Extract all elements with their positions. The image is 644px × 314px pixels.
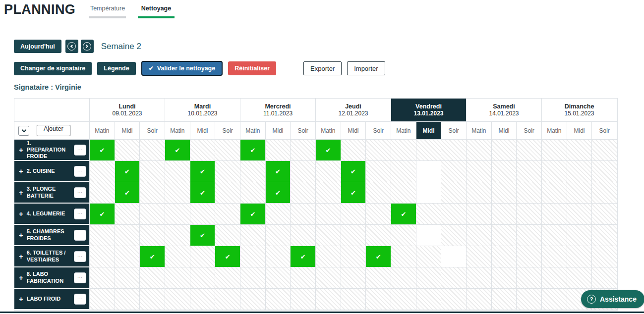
expand-plus-icon[interactable]: + — [19, 189, 23, 196]
slot-1-preparation-froide-vendredi-midi[interactable] — [416, 140, 442, 161]
slot-4-legumerie-dimanche-midi[interactable] — [567, 204, 592, 225]
slot-1-preparation-froide-jeudi-matin[interactable]: ✔ — [316, 140, 341, 161]
slot-labo-froid-jeudi-midi[interactable] — [341, 289, 366, 310]
slot-6-toilettes-vestiaires-mercredi-soir[interactable]: ✔ — [291, 246, 316, 267]
task-row-header-1-preparation-froide[interactable]: +1. PREPARATION FROIDE... — [14, 140, 90, 161]
task-row-header-2-cuisine[interactable]: +2. CUISINE... — [14, 161, 90, 182]
slot-1-preparation-froide-mercredi-matin[interactable]: ✔ — [240, 140, 266, 161]
slot-3-plonge-batterie-dimanche-soir[interactable] — [592, 182, 617, 204]
tab-nettoyage[interactable]: Nettoyage — [136, 5, 176, 18]
slot-labo-froid-lundi-midi[interactable] — [115, 289, 140, 310]
slot-1-preparation-froide-jeudi-soir[interactable] — [366, 140, 391, 161]
slot-labo-froid-mercredi-matin[interactable] — [240, 289, 266, 310]
slot-3-plonge-batterie-dimanche-midi[interactable] — [567, 182, 592, 204]
slot-4-legumerie-mardi-soir[interactable] — [215, 204, 240, 225]
row-options-button[interactable]: ... — [74, 230, 86, 241]
slot-2-cuisine-dimanche-soir[interactable] — [592, 161, 617, 182]
slot-2-cuisine-lundi-soir[interactable] — [140, 161, 165, 182]
slot-5-chambres-froides-vendredi-soir[interactable] — [441, 225, 467, 246]
slot-3-plonge-batterie-samedi-soir[interactable] — [517, 182, 542, 204]
expand-plus-icon[interactable]: + — [19, 167, 23, 175]
task-row-header-6-toilettes-vestiaires[interactable]: +6. TOILETTES / VESTIAIRES... — [14, 246, 90, 267]
slot-8-labo-fabrication-dimanche-soir[interactable] — [592, 267, 617, 289]
slot-8-labo-fabrication-dimanche-midi[interactable] — [567, 267, 592, 289]
slot-5-chambres-froides-mardi-midi[interactable]: ✔ — [190, 225, 216, 246]
slot-8-labo-fabrication-lundi-midi[interactable] — [115, 267, 140, 289]
row-options-button[interactable]: ... — [74, 294, 86, 305]
slot-6-toilettes-vestiaires-lundi-matin[interactable] — [90, 246, 115, 267]
slot-1-preparation-froide-samedi-soir[interactable] — [517, 140, 542, 161]
today-button[interactable]: Aujourd'hui — [14, 40, 61, 53]
slot-8-labo-fabrication-vendredi-matin[interactable] — [391, 267, 416, 289]
slot-2-cuisine-vendredi-matin[interactable] — [391, 161, 416, 182]
slot-8-labo-fabrication-vendredi-soir[interactable] — [441, 267, 467, 289]
expand-plus-icon[interactable]: + — [19, 146, 23, 154]
slot-8-labo-fabrication-vendredi-midi[interactable] — [416, 267, 442, 289]
reset-button[interactable]: Réinitialiser — [228, 61, 276, 75]
slot-6-toilettes-vestiaires-jeudi-matin[interactable] — [316, 246, 341, 267]
slot-2-cuisine-mercredi-matin[interactable] — [240, 161, 266, 182]
task-row-header-5-chambres-froides[interactable]: +5. CHAMBRES FROIDES... — [14, 225, 90, 246]
slot-4-legumerie-samedi-matin[interactable] — [467, 204, 492, 225]
row-options-button[interactable]: ... — [74, 209, 86, 219]
slot-6-toilettes-vestiaires-jeudi-soir[interactable]: ✔ — [366, 246, 391, 267]
slot-8-labo-fabrication-samedi-midi[interactable] — [492, 267, 517, 289]
slot-3-plonge-batterie-vendredi-midi[interactable] — [416, 182, 442, 204]
slot-1-preparation-froide-mardi-soir[interactable] — [215, 140, 240, 161]
slot-8-labo-fabrication-mardi-matin[interactable] — [165, 267, 190, 289]
slot-4-legumerie-jeudi-matin[interactable] — [316, 204, 341, 225]
slot-1-preparation-froide-lundi-matin[interactable]: ✔ — [90, 140, 115, 161]
slot-6-toilettes-vestiaires-mercredi-midi[interactable] — [266, 246, 291, 267]
slot-labo-froid-vendredi-matin[interactable] — [391, 289, 416, 310]
slot-6-toilettes-vestiaires-mardi-matin[interactable] — [165, 246, 190, 267]
slot-labo-froid-samedi-matin[interactable] — [467, 289, 492, 310]
task-row-header-4-legumerie[interactable]: +4. LEGUMERIE... — [14, 204, 90, 225]
slot-3-plonge-batterie-vendredi-soir[interactable] — [441, 182, 467, 204]
expand-plus-icon[interactable]: + — [19, 253, 23, 260]
slot-6-toilettes-vestiaires-jeudi-midi[interactable] — [341, 246, 366, 267]
slot-6-toilettes-vestiaires-lundi-soir[interactable]: ✔ — [140, 246, 165, 267]
slot-6-toilettes-vestiaires-mardi-soir[interactable]: ✔ — [215, 246, 240, 267]
validate-cleaning-button[interactable]: ✔ Valider le nettoyage — [141, 61, 223, 76]
change-signatory-button[interactable]: Changer de signataire — [14, 62, 92, 75]
slot-2-cuisine-jeudi-midi[interactable]: ✔ — [341, 161, 366, 182]
slot-3-plonge-batterie-samedi-matin[interactable] — [467, 182, 492, 204]
slot-1-preparation-froide-dimanche-midi[interactable] — [567, 140, 592, 161]
slot-1-preparation-froide-mardi-midi[interactable] — [190, 140, 216, 161]
slot-4-legumerie-lundi-soir[interactable] — [140, 204, 165, 225]
slot-5-chambres-froides-jeudi-soir[interactable] — [366, 225, 391, 246]
slot-5-chambres-froides-samedi-matin[interactable] — [467, 225, 492, 246]
slot-4-legumerie-samedi-soir[interactable] — [517, 204, 542, 225]
slot-1-preparation-froide-mercredi-soir[interactable] — [291, 140, 316, 161]
slot-labo-froid-mardi-matin[interactable] — [165, 289, 190, 310]
slot-6-toilettes-vestiaires-vendredi-midi[interactable] — [416, 246, 442, 267]
slot-4-legumerie-jeudi-soir[interactable] — [366, 204, 391, 225]
slot-1-preparation-froide-mardi-matin[interactable]: ✔ — [165, 140, 190, 161]
task-row-header-labo-froid[interactable]: +LABO FROID... — [14, 289, 90, 310]
slot-8-labo-fabrication-dimanche-matin[interactable] — [542, 267, 567, 289]
slot-6-toilettes-vestiaires-dimanche-midi[interactable] — [567, 246, 592, 267]
slot-1-preparation-froide-jeudi-midi[interactable] — [341, 140, 366, 161]
slot-4-legumerie-jeudi-midi[interactable] — [341, 204, 366, 225]
slot-4-legumerie-vendredi-soir[interactable] — [441, 204, 467, 225]
slot-3-plonge-batterie-jeudi-matin[interactable] — [316, 182, 341, 204]
slot-6-toilettes-vestiaires-samedi-midi[interactable] — [492, 246, 517, 267]
slot-5-chambres-froides-vendredi-matin[interactable] — [391, 225, 416, 246]
slot-labo-froid-dimanche-matin[interactable] — [542, 289, 567, 310]
slot-5-chambres-froides-lundi-midi[interactable] — [115, 225, 140, 246]
slot-labo-froid-samedi-soir[interactable] — [517, 289, 542, 310]
slot-4-legumerie-dimanche-soir[interactable] — [592, 204, 617, 225]
slot-3-plonge-batterie-mardi-midi[interactable]: ✔ — [190, 182, 216, 204]
slot-5-chambres-froides-samedi-soir[interactable] — [517, 225, 542, 246]
slot-1-preparation-froide-samedi-midi[interactable] — [492, 140, 517, 161]
slot-5-chambres-froides-mardi-matin[interactable] — [165, 225, 190, 246]
slot-3-plonge-batterie-mardi-matin[interactable] — [165, 182, 190, 204]
slot-labo-froid-vendredi-midi[interactable] — [416, 289, 442, 310]
next-week-button[interactable] — [81, 40, 94, 53]
slot-1-preparation-froide-vendredi-soir[interactable] — [441, 140, 467, 161]
slot-5-chambres-froides-mercredi-midi[interactable] — [266, 225, 291, 246]
slot-2-cuisine-samedi-soir[interactable] — [517, 161, 542, 182]
slot-8-labo-fabrication-mardi-midi[interactable] — [190, 267, 216, 289]
slot-labo-froid-jeudi-soir[interactable] — [366, 289, 391, 310]
slot-3-plonge-batterie-vendredi-matin[interactable] — [391, 182, 416, 204]
